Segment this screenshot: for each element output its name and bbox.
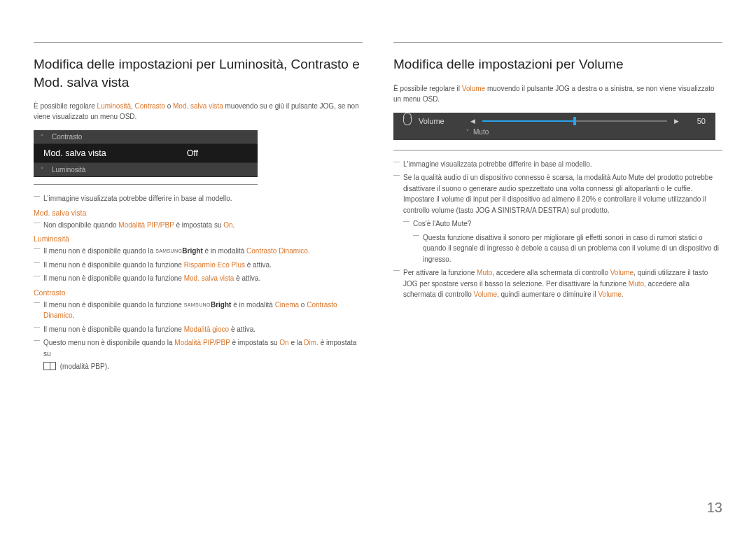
kw-modalita-gioco: Modalità gioco [184,325,229,333]
arrow-right-icon: ▶ [674,118,679,125]
chevron-down-icon: ˅ [41,167,44,174]
subhead-contrasto: Contrasto [34,288,363,297]
note-auto-mute-a: Questa funzione disattiva il sonoro per … [413,232,722,265]
note-con-3-pbp: (modalità PBP). [43,362,363,370]
kw-dim: Dim. [304,339,318,346]
volume-label: Volume [419,117,463,125]
text: (modalità PBP). [58,363,109,370]
text: Il menu non è disponibile quando la funz… [43,301,184,309]
text: . [308,247,310,255]
note-con-3: Questo menu non è disponibile quando la … [34,337,363,359]
note-lum-3: Il menu non è disponibile quando la funz… [34,273,363,284]
kw-bright: Bright [182,247,202,255]
text: è impostata su [174,221,224,229]
text: o [165,102,173,110]
volume-value: 50 [686,117,706,125]
text: È possibile regolare [34,102,97,110]
text: è in modalità [231,301,274,309]
text: Il menu non è disponibile quando la funz… [43,261,184,269]
text: e la [289,339,304,346]
kw-muto: Muto [477,269,492,276]
text: . [233,221,235,229]
kw-contrasto: Contrasto [135,102,165,110]
kw-muto: Muto [629,280,644,288]
subhead-luminosita: Luminosità [34,234,363,243]
text: è in modalità [203,247,246,255]
kw-on: On [223,221,232,229]
text: Questo menu non è disponibile quando la [43,339,174,346]
right-column: Modifica delle impostazioni per Volume È… [393,42,722,370]
volume-slider [482,120,667,122]
magic-sup: SAMSUNG [184,302,211,307]
kw-luminosita: Luminosità [97,102,131,110]
left-column: Modifica delle impostazioni per Luminosi… [34,42,363,370]
osd-selected-value: Off [187,148,198,158]
text: , accedere alla schermata di controllo [492,269,610,276]
right-heading: Modifica delle impostazioni per Volume [393,55,722,73]
kw-cinema: Cinema [275,301,299,309]
kw-pip-pbp: Modalità PIP/PBP [174,339,230,346]
text: Questa funzione disattiva il sonoro per … [423,234,719,263]
text: , quindi aumentare o diminuire il [497,290,598,298]
left-heading: Modifica delle impostazioni per Luminosi… [34,55,363,91]
text: . [73,311,75,319]
right-intro: È possibile regolare il Volume muovendo … [393,83,722,104]
volume-row: Volume ◀ ▶ 50 [403,117,706,125]
note-muto: Per attivare la funzione Muto, accedere … [393,267,722,300]
osd-panel-left: ˄ Contrasto Mod. salva vista Off ˅ Lumin… [34,130,258,177]
page-number: 13 [707,500,722,516]
kw-bright: Bright [211,301,231,309]
text: è attiva. [234,274,260,282]
text: è attiva. [229,325,255,333]
kw-mod-salva-vista: Mod. salva vista [184,274,234,282]
osd-selected-label: Mod. salva vista [43,148,106,158]
volume-fill [482,120,575,122]
osd-row-luminosita: ˅ Luminosità [34,163,258,177]
note-con-2: Il menu non è disponibile quando la funz… [34,324,363,335]
kw-mod-salva-vista: Mod. salva vista [173,102,223,110]
chevron-down-icon: ˅ [466,129,469,136]
text: Il menu non è disponibile quando la funz… [43,325,184,333]
osd-panel-volume: Volume ◀ ▶ 50 ˅ Muto [393,113,715,140]
headphones-icon [403,117,412,125]
note-lum-2: Il menu non è disponibile quando la funz… [34,260,363,271]
text: o [299,301,307,309]
magic-sup: SAMSUNG [155,248,182,253]
text: è impostata su [230,339,280,346]
note-lum-1: Il menu non è disponibile quando la SAMS… [34,246,363,257]
text: Per attivare la funzione [403,269,477,276]
arrow-left-icon: ◀ [470,118,475,125]
divider [34,184,258,185]
kw-volume: Volume [474,290,497,298]
osd-label: Contrasto [52,133,82,141]
text: Non disponibile quando [43,221,118,229]
text: È possibile regolare il [393,85,462,92]
muto-label: Muto [473,128,489,136]
pbp-icon [43,362,56,370]
note-model-differ: L'immagine visualizzata potrebbe differi… [34,193,363,204]
divider [393,150,722,150]
osd-label: Luminosità [52,166,85,174]
kw-eco-plus: Risparmio Eco Plus [184,261,245,269]
osd-row-selected: Mod. salva vista Off [34,144,258,163]
muto-row: ˅ Muto [403,128,706,136]
kw-contrasto-dinamico: Contrasto Dinamico [246,247,308,255]
note-auto-mute: Se la qualità audio di un dispositivo co… [393,172,722,216]
note-msv-1: Non disponibile quando Modalità PIP/PBP … [34,220,363,231]
left-intro: È possibile regolare Luminosità, Contras… [34,101,363,122]
osd-row-contrasto: ˄ Contrasto [34,130,258,144]
kw-volume: Volume [598,290,622,298]
text: . [622,290,624,298]
chevron-up-icon: ˄ [41,134,44,141]
note-model-differ-r: L'immagine visualizzata potrebbe differi… [393,159,722,170]
kw-volume: Volume [462,85,485,92]
text: Il menu non è disponibile quando la funz… [43,274,184,282]
subhead-mod-salva-vista: Mod. salva vista [34,209,363,217]
note-con-1: Il menu non è disponibile quando la funz… [34,300,363,321]
note-auto-mute-q: Cos'è l'Auto Mute? [403,218,722,230]
kw-pip-pbp: Modalità PIP/PBP [118,221,174,229]
kw-on: On [279,339,288,346]
text: è attiva. [245,261,272,269]
volume-thumb [573,117,576,125]
text: Il menu non è disponibile quando la [43,247,155,255]
